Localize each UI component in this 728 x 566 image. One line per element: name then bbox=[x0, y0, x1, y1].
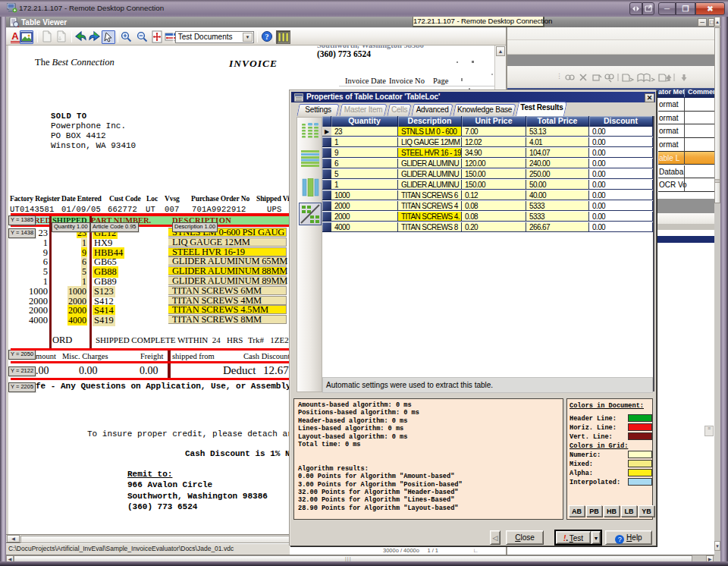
svg-text:?: ? bbox=[265, 33, 269, 41]
